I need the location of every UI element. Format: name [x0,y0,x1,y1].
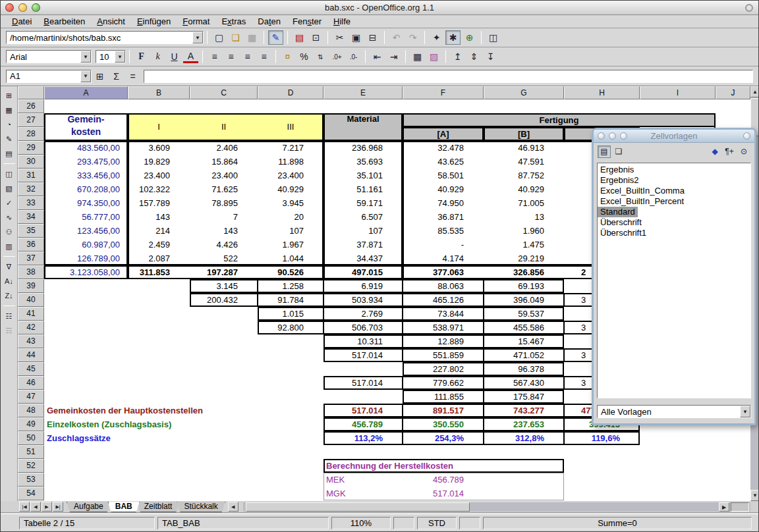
cell-D37[interactable]: 1.044 [258,252,323,265]
row-header-41[interactable]: 41 [18,307,44,321]
status-insert-mode[interactable]: STD [417,517,457,529]
cell-G39[interactable]: 69.193 [484,279,564,293]
cell-A29[interactable]: 483.560,00 [44,141,128,155]
cell-E34[interactable]: 6.507 [323,210,403,224]
menu-format[interactable]: Format [177,16,215,27]
cell-G44[interactable]: 471.052 [484,348,564,362]
new-document-button[interactable]: ▢ [211,30,227,45]
cell-B31[interactable]: 23.400 [128,169,190,182]
cell-D31[interactable]: 23.400 [258,169,323,182]
first-sheet-button[interactable]: |◀ [19,502,30,512]
borders-button[interactable]: ▦ [410,49,425,64]
row-header-50[interactable]: 50 [18,431,44,445]
column-header-E[interactable]: E [323,86,403,99]
cell-G36[interactable]: 1.475 [484,238,564,252]
chevron-down-icon[interactable]: ▼ [80,51,91,63]
sheet-tab-stückkalk[interactable]: Stückkalk [177,502,225,512]
cell-E37[interactable]: 34.437 [323,252,403,265]
row-header-44[interactable]: 44 [18,348,44,362]
cell-D29[interactable]: 7.217 [258,141,323,155]
cell-F53[interactable]: 456.789 [403,473,484,487]
cell-D32[interactable]: 40.929 [258,182,323,196]
spellcheck-button[interactable]: ✓ [3,196,16,209]
cell-B30[interactable]: 19.829 [128,155,190,169]
cell-F28[interactable]: [A] [403,127,484,141]
form-controls-button[interactable]: ▤ [3,147,16,160]
cell-B37[interactable]: 2.087 [128,252,190,265]
cell-B29[interactable]: 3.609 [128,141,190,155]
cell-styles-button[interactable]: ▤ [598,146,611,158]
chevron-down-icon[interactable]: ▼ [192,32,203,43]
cell-C36[interactable]: 4.426 [190,238,258,252]
cell-C29[interactable]: 2.406 [190,141,258,155]
cell-G35[interactable]: 1.960 [484,224,564,238]
style-entry-berschrift1[interactable]: Überschrift1 [598,228,649,238]
cell-G46[interactable]: 567.430 [484,376,564,390]
cell-E40[interactable]: 503.934 [323,293,403,307]
cell-F29[interactable]: 32.478 [403,141,484,155]
cell-A37[interactable]: 126.789,00 [44,252,128,265]
cell-F49[interactable]: 350.550 [403,417,484,431]
cell-E54[interactable]: MGK [323,487,403,500]
cell-A31[interactable]: 333.456,00 [44,169,128,182]
chevron-down-icon[interactable]: ▼ [115,51,125,63]
copy-button[interactable]: ▣ [349,30,364,45]
cell-A33[interactable]: 974.350,00 [44,196,128,210]
cell-A36[interactable]: 60.987,00 [44,238,128,252]
status-zoom-level[interactable]: 110% [331,517,391,529]
edit-file-button[interactable]: ✎ [268,30,283,45]
cell-C32[interactable]: 71.625 [190,182,258,196]
cell-F37[interactable]: 4.174 [403,252,484,265]
status-sum-indicator[interactable]: Summe=0 [483,517,752,529]
cell-B35[interactable]: 214 [128,224,190,238]
row-header-38[interactable]: 38 [18,265,44,279]
cell-B38[interactable]: 311.853 [128,265,190,279]
tab-scroll-left-button[interactable]: ◀ [228,502,239,512]
cell-E46[interactable]: 517.014 [323,376,403,390]
page-styles-button[interactable]: ❏ [612,146,625,158]
cut-button[interactable]: ✂ [332,30,347,45]
cell-G33[interactable]: 71.005 [484,196,564,210]
data-sources-button[interactable]: ▥ [3,240,16,253]
column-header-I[interactable]: I [640,86,716,99]
cell-A50[interactable]: Zuschlagssätze [44,431,323,445]
autofilter-button[interactable]: ∇ [3,260,16,273]
cell-D39[interactable]: 1.258 [258,279,323,293]
cell-D27[interactable]: III [258,113,323,141]
cell-B33[interactable]: 157.789 [128,196,190,210]
row-header-48[interactable]: 48 [18,404,44,417]
cell-G30[interactable]: 47.591 [484,155,564,169]
cell-F48[interactable]: 891.517 [403,404,484,417]
new-style-button[interactable]: ¶+ [723,146,736,158]
horizontal-scrollbar-thumb[interactable] [246,502,470,512]
align-vcenter-button[interactable]: ⇕ [466,49,482,64]
auto-spellcheck-button[interactable]: ∿ [3,211,16,224]
stylist-title-bar[interactable]: Zellvorlagen [594,130,754,143]
cell-F42[interactable]: 538.971 [403,321,484,334]
cell-C39[interactable]: 3.145 [190,279,258,293]
add-decimal-button[interactable]: .0+ [329,49,345,64]
scroll-down-icon[interactable]: ▼ [750,490,759,501]
cell-G42[interactable]: 455.586 [484,321,564,334]
cell-G34[interactable]: 13 [484,210,564,224]
column-header-F[interactable]: F [403,86,484,99]
gallery-button[interactable]: ◫ [486,30,501,45]
chevron-down-icon[interactable]: ▼ [80,70,91,82]
status-range-name[interactable]: TAB_BAB [157,517,329,529]
cell-F40[interactable]: 465.126 [403,293,484,307]
status-sheet-indicator[interactable]: Tabelle 2 / 15 [19,517,155,529]
row-header-54[interactable]: 54 [18,487,44,500]
menu-einfgen[interactable]: Einfügen [131,16,177,27]
cell-D38[interactable]: 90.526 [258,265,323,279]
fill-format-button[interactable]: ◆ [708,146,721,158]
cell-C33[interactable]: 78.895 [190,196,258,210]
grid-corner[interactable] [18,86,44,99]
increase-indent-button[interactable]: ⇥ [386,49,401,64]
row-header-30[interactable]: 30 [18,155,44,169]
row-header-29[interactable]: 29 [18,141,44,155]
style-entry-excelbuiltincomma[interactable]: Excel_BuiltIn_Comma [598,186,687,196]
row-header-43[interactable]: 43 [18,334,44,348]
row-header-39[interactable]: 39 [18,279,44,293]
cell-E39[interactable]: 6.919 [323,279,403,293]
cell-G41[interactable]: 59.537 [484,307,564,321]
